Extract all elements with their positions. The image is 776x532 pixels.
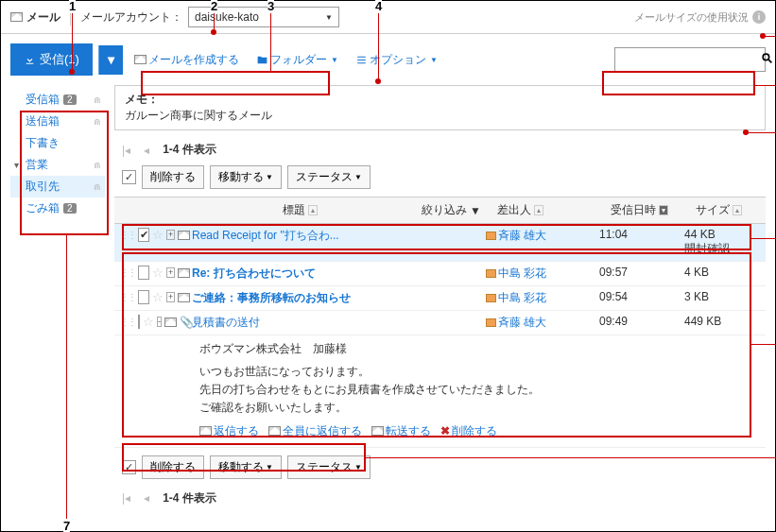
row-checkbox[interactable] [138,290,149,304]
search-box[interactable] [614,47,766,72]
delete-icon: ✖ [440,424,450,438]
row-sender[interactable]: 斉藤 雄大 [486,315,599,331]
drag-handle-icon[interactable]: ⋮⋮ [120,317,135,327]
expand-icon[interactable]: + [166,267,175,278]
row-subject[interactable]: ご連絡：事務所移転のお知らせ [190,290,486,306]
row-checkbox[interactable] [138,315,140,329]
expand-icon[interactable]: + [166,230,175,240]
row-subject[interactable]: Read Receipt for "打ち合わ... [190,228,486,244]
row-date: 11:04 [599,228,684,241]
options-link[interactable]: オプション ▼ [350,48,443,72]
mail-usage-link[interactable]: メールサイズの使用状況 i [634,10,766,25]
row-size: 449 KB [684,315,760,328]
row-subject[interactable]: 見積書の送付 [190,315,486,331]
star-icon[interactable]: ☆ [152,228,164,242]
first-page-icon[interactable]: |◂ [122,491,130,505]
move-button[interactable]: 移動する▼ [210,455,282,479]
col-sender[interactable]: 差出人▴ [491,197,605,223]
callout-7: 7 [63,519,70,532]
reply-link[interactable]: 返信する [199,423,259,439]
sidebar-item-trash[interactable]: ごみ箱2 [10,197,105,219]
delete-link[interactable]: ✖削除する [440,423,497,439]
compose-label: メールを作成する [148,52,239,68]
sidebar-item-clients[interactable]: 取引先⋒ [10,176,105,197]
delete-button[interactable]: 削除する [142,165,204,189]
compose-icon [134,55,147,64]
drag-handle-icon[interactable]: ⋮⋮ [120,267,135,278]
row-sender[interactable]: 中島 彩花 [486,266,599,282]
table-row[interactable]: ⋮⋮☆+ ご連絡：事務所移転のお知らせ 中島 彩花 09:54 3 KB [114,286,766,311]
compose-link[interactable]: メールを作成する [129,48,245,72]
contact-icon [486,318,496,327]
receive-button[interactable]: 受信(1) [10,43,93,76]
sidebar-item-draft[interactable]: 下書き [10,132,105,154]
table-row[interactable]: ⋮⋮☆+ Re: 打ち合わせについて 中島 彩花 09:57 4 KB [114,262,766,286]
svg-point-0 [763,54,769,60]
callout-3: 3 [267,0,274,13]
receive-dropdown[interactable]: ▼ [98,45,123,75]
collapse-icon[interactable]: ▾ [14,160,22,170]
reply-all-link[interactable]: 全員に返信する [268,423,362,439]
expand-icon[interactable]: + [166,292,175,302]
row-sender[interactable]: 中島 彩花 [486,290,599,306]
preview-line: ご確認をお願いいたします。 [199,399,756,417]
prev-page-icon[interactable]: ◂ [144,144,149,157]
row-subject[interactable]: Re: 打ち合わせについて [190,266,486,282]
col-date[interactable]: 受信日時▾ [605,197,690,223]
col-subject[interactable]: 標題▴ [184,197,416,223]
memo-text: ガルーン商事に関するメール [125,109,272,122]
bulk-actions-bottom: ✓ 削除する 移動する▼ ステータス▼ [114,448,766,487]
sort-active-icon: ▾ [659,205,668,215]
row-date: 09:49 [599,315,684,328]
sidebar-item-sent[interactable]: 送信箱⋒ [10,111,105,132]
forward-link[interactable]: 転送する [371,423,431,439]
row-checkbox[interactable]: ✔ [138,228,149,242]
pager-text: 1-4 件表示 [163,142,216,158]
row-size: 3 KB [684,290,760,303]
delete-button[interactable]: 削除する [142,455,204,479]
select-all-checkbox[interactable]: ✓ [122,460,136,474]
table-row[interactable]: ⋮⋮☆-📎 見積書の送付 斉藤 雄大 09:49 449 KB [114,311,766,335]
sidebar-item-inbox[interactable]: 受信箱2⋒ [10,89,105,111]
row-date: 09:57 [599,266,684,279]
forward-icon [371,426,384,436]
select-all-checkbox[interactable]: ✓ [122,170,136,184]
search-input[interactable] [619,53,761,66]
mail-icon [178,293,190,302]
first-page-icon[interactable]: |◂ [122,144,130,157]
drag-handle-icon[interactable]: ⋮⋮ [120,292,135,302]
star-icon[interactable]: ☆ [143,315,154,329]
row-size: 4 KB [684,266,760,279]
download-icon [24,54,36,66]
rss-icon: ⋒ [94,161,101,170]
reply-all-icon [268,426,281,436]
move-button[interactable]: 移動する▼ [210,165,282,189]
col-size[interactable]: サイズ▴ [690,197,766,223]
mail-icon [10,12,23,22]
status-button[interactable]: ステータス▼ [287,455,371,479]
row-sender[interactable]: 斉藤 雄大 [486,228,599,244]
chevron-down-icon: ▼ [430,56,438,64]
collapse-icon[interactable]: - [157,317,162,327]
star-icon[interactable]: ☆ [152,266,164,280]
folder-link[interactable]: フォルダー ▼ [250,48,344,72]
contact-icon [486,269,496,278]
mail-preview: ボウズマン株式会社 加藤様 いつもお世話になっております。 先日の打ち合わせをも… [114,335,766,448]
search-button[interactable] [761,52,773,67]
row-checkbox[interactable] [138,266,149,280]
status-button[interactable]: ステータス▼ [287,165,371,189]
prev-page-icon[interactable]: ◂ [144,491,149,505]
col-filter[interactable]: 絞り込み▼ [416,197,491,223]
star-icon[interactable]: ☆ [152,290,164,304]
info-icon: i [752,10,766,24]
sort-icon: ▴ [733,205,742,215]
folder-icon [256,54,268,66]
reply-icon [199,426,212,436]
sidebar-item-sales[interactable]: ▾営業⋒ [10,154,105,176]
chevron-down-icon: ▼ [331,56,338,64]
table-row[interactable]: ⋮⋮✔☆+ Read Receipt for "打ち合わ... 斉藤 雄大 11… [114,224,766,262]
account-label: メールアカウント： [80,9,182,26]
pager-bottom: |◂ ◂ 1-4 件表示 [114,487,766,510]
drag-handle-icon[interactable]: ⋮⋮ [120,230,135,240]
mail-icon [164,317,177,327]
